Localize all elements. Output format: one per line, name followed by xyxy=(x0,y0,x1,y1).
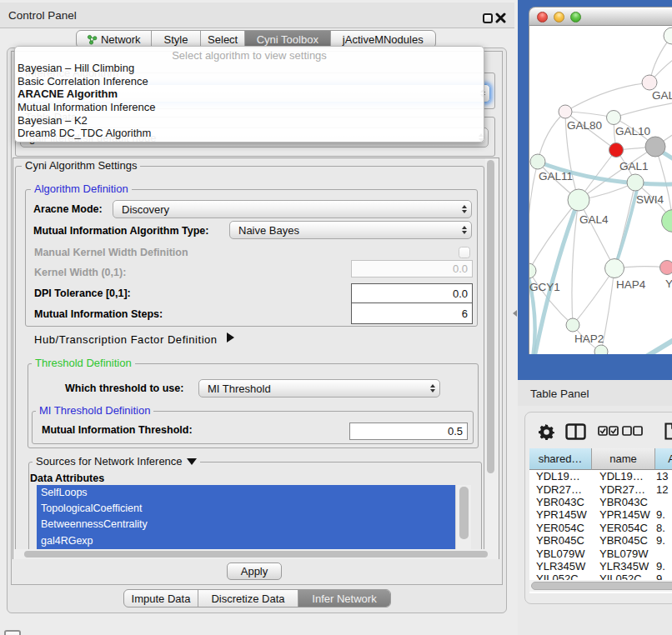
close-icon[interactable] xyxy=(495,12,506,23)
network-node[interactable] xyxy=(594,345,608,354)
column-header[interactable]: name xyxy=(592,448,655,470)
table-row[interactable]: YPR145WYPR145W9. xyxy=(529,508,672,521)
network-node[interactable] xyxy=(664,28,672,44)
network-node-y[interactable] xyxy=(660,261,672,275)
network-icon xyxy=(87,34,98,45)
network-window-titlebar[interactable] xyxy=(529,7,672,26)
table-horizontal-scrollbar[interactable] xyxy=(529,580,672,592)
cyni-bottom-tabbar: Impute Data Discretize Data Infer Networ… xyxy=(123,589,391,608)
network-edge xyxy=(565,82,649,112)
tab-style[interactable]: Style xyxy=(152,31,202,48)
unchecked-columns-icon[interactable] xyxy=(622,426,643,436)
attributes-list-scrollbar[interactable] xyxy=(455,485,471,549)
tab-network[interactable]: Network xyxy=(77,31,152,48)
mi-type-combobox[interactable]: Naive Bayes xyxy=(229,221,472,239)
network-node-gal80[interactable] xyxy=(559,105,572,118)
network-node-swi4[interactable] xyxy=(627,174,644,191)
tab-impute-data[interactable]: Impute Data xyxy=(124,590,198,607)
network-node[interactable] xyxy=(645,137,665,157)
network-node-gal4[interactable] xyxy=(568,189,589,211)
window-close-button[interactable] xyxy=(537,12,548,22)
scrollbar-thumb[interactable] xyxy=(531,582,672,590)
scrollbar-thumb[interactable] xyxy=(24,551,488,558)
split-columns-icon[interactable] xyxy=(565,423,586,440)
table-row[interactable]: YBL079WYBL079W xyxy=(529,547,672,559)
scrollbar-thumb[interactable] xyxy=(487,160,494,473)
attribute-list-item[interactable]: BetweennessCentrality xyxy=(37,517,455,532)
table-cell: 9. xyxy=(655,560,672,572)
table-cell: YLR345W xyxy=(529,560,592,572)
table-row[interactable]: YDR27…YDR27…12 xyxy=(529,482,672,495)
network-node-hap2[interactable] xyxy=(566,318,579,332)
network-node-gal7[interactable] xyxy=(642,75,657,90)
node-label: GCY1 xyxy=(529,281,560,293)
control-panel-titlebar: Control Panel xyxy=(0,2,514,28)
settings-vertical-scrollbar[interactable] xyxy=(485,158,499,550)
node-table[interactable]: shared…nameA YDL19…YDL19…13YDR27…YDR27…1… xyxy=(529,448,672,593)
tab-jactivemnodules[interactable]: jActiveMNodules xyxy=(331,31,435,48)
column-header[interactable]: A xyxy=(655,448,672,470)
scrollbar-thumb[interactable] xyxy=(459,487,469,539)
column-header[interactable]: shared… xyxy=(529,448,592,470)
dropdown-item[interactable]: Bayesian – K2 xyxy=(15,114,484,128)
sources-group-title[interactable]: Sources for Network Inference xyxy=(33,456,200,468)
split-divider-arrow-icon[interactable] xyxy=(513,310,517,317)
combo-value: MI Threshold xyxy=(199,382,425,395)
table-cell: YBR045C xyxy=(529,534,592,547)
attribute-list-item[interactable]: TopologicalCoefficient xyxy=(37,501,455,517)
tab-infer-network[interactable]: Infer Network xyxy=(298,590,390,607)
aracne-mode-combobox[interactable]: Discovery xyxy=(113,200,472,218)
settings-horizontal-scrollbar[interactable] xyxy=(13,549,499,559)
table-row[interactable]: YDL19…YDL19…13 xyxy=(529,470,672,482)
which-threshold-label: Which threshold to use: xyxy=(65,382,183,395)
dropdown-item[interactable]: ARACNE Algorithm xyxy=(15,88,484,101)
mi-threshold-field[interactable]: 0.5 xyxy=(349,422,468,440)
combo-value: Discovery xyxy=(113,203,457,216)
control-panel-title: Control Panel xyxy=(8,9,77,22)
dpi-tolerance-field[interactable]: 0.0 xyxy=(351,283,473,303)
tab-discretize-data[interactable]: Discretize Data xyxy=(198,590,298,607)
tab-select[interactable]: Select xyxy=(201,31,245,48)
network-edge xyxy=(579,200,614,268)
network-node-hap4[interactable] xyxy=(605,259,624,278)
checked-columns-icon[interactable] xyxy=(598,426,619,436)
attribute-list-item[interactable]: SelfLoops xyxy=(37,485,455,501)
file-icon[interactable] xyxy=(664,422,672,440)
table-cell: 13 xyxy=(655,470,672,482)
table-row[interactable]: YLR345WYLR345W9. xyxy=(529,560,672,572)
gear-icon[interactable] xyxy=(539,424,554,440)
tab-cyni-toolbox-label: Cyni Toolbox xyxy=(257,33,318,46)
data-attributes-list[interactable]: SelfLoopsTopologicalCoefficientBetweenne… xyxy=(37,485,471,549)
hub-definition-label[interactable]: Hub/Transcription Factor Definition xyxy=(34,333,218,346)
table-cell: YBR045C xyxy=(592,534,655,547)
network-node-gcy1[interactable] xyxy=(529,263,536,278)
table-header-row: shared…nameA xyxy=(529,448,672,470)
network-node-gal10[interactable] xyxy=(607,111,621,125)
dropdown-item[interactable]: Dream8 DC_TDC Algorithm xyxy=(15,127,484,140)
window-minimize-button[interactable] xyxy=(554,12,564,22)
kernel-width-field[interactable]: 0.0 xyxy=(351,260,473,278)
table-cell: YPR145W xyxy=(592,508,655,521)
network-node-gal1[interactable] xyxy=(609,143,624,158)
window-zoom-button[interactable] xyxy=(570,12,581,22)
dropdown-item[interactable]: Bayesian – Hill Climbing xyxy=(15,62,484,75)
table-row[interactable]: YBR043CYBR043C xyxy=(529,496,672,508)
apply-button[interactable]: Apply xyxy=(227,562,282,580)
network-canvas[interactable]: GAL7GAL80GAL10GAL1GAL11SWI4GAL4HAP4YGCY1… xyxy=(529,26,672,354)
network-node-gal11[interactable] xyxy=(530,154,545,169)
bottom-corner-button[interactable] xyxy=(4,630,21,635)
manual-kernel-checkbox[interactable] xyxy=(459,247,470,258)
dropdown-item[interactable]: Basic Correlation Inference xyxy=(15,75,484,88)
node-label: HAP2 xyxy=(574,332,604,345)
table-cell: YDR27… xyxy=(529,483,592,496)
which-threshold-combobox[interactable]: MI Threshold xyxy=(198,379,440,398)
dropdown-item[interactable]: Mutual Information Inference xyxy=(15,101,484,114)
mi-steps-field[interactable]: 6 xyxy=(351,302,473,324)
table-row[interactable]: YER054CYER054C8. xyxy=(529,522,672,534)
hub-expand-arrow-icon[interactable] xyxy=(227,332,234,342)
network-node[interactable] xyxy=(662,210,672,232)
table-row[interactable]: YBR045CYBR045C9. xyxy=(529,534,672,547)
float-window-icon[interactable] xyxy=(483,13,493,23)
attribute-list-item[interactable]: gal4RGexp xyxy=(37,533,455,549)
tab-cyni-toolbox[interactable]: Cyni Toolbox xyxy=(245,31,331,48)
